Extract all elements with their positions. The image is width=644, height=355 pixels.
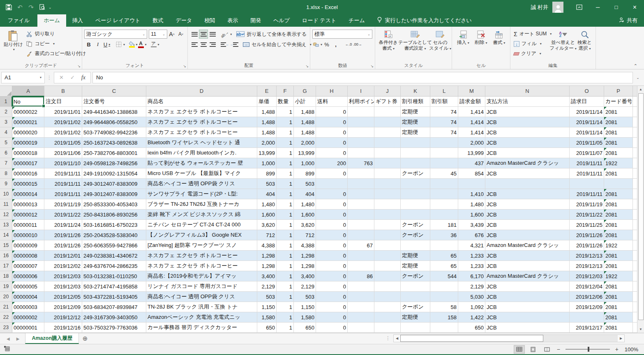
cell-A12[interactable]: 00000012 [12, 210, 44, 220]
cell-L17[interactable]: 65 [430, 261, 458, 271]
cell-I17[interactable] [348, 261, 374, 271]
row-header-18[interactable]: 18 [0, 271, 12, 281]
cell-B14[interactable]: 2019/11/26 [44, 230, 82, 240]
cell-K3[interactable]: 定期便 [401, 117, 430, 127]
cell-H11[interactable]: 0 [316, 199, 348, 210]
format-as-table-button[interactable]: テーブルとして 書式設定 [399, 28, 431, 62]
cell-F3[interactable]: 1 [277, 117, 294, 127]
cell-B23[interactable]: 2019/12/16 [44, 323, 82, 333]
column-header-J[interactable]: J [374, 86, 401, 97]
cell-B22[interactable]: 2019/12/12 [44, 312, 82, 323]
cell-B12[interactable]: 2019/11/22 [44, 210, 82, 220]
cell-B20[interactable]: 2019/12/05 [44, 292, 82, 302]
cell-B17[interactable]: 2019/12/02 [44, 261, 82, 271]
cell-J10[interactable] [374, 189, 401, 199]
cell-K8[interactable]: クーポン [401, 168, 430, 179]
cell-F16[interactable]: 1 [277, 251, 294, 261]
next-sheet-icon[interactable] [16, 337, 20, 341]
number-dialog-launcher-icon[interactable] [370, 64, 374, 68]
cell-D7[interactable]: 貼って剥がせる ウォールステッカー 壁 [146, 158, 257, 168]
cell-P4[interactable]: 2081 [604, 127, 633, 138]
cell-P12[interactable]: 2081 [604, 210, 633, 220]
cell-J3[interactable] [374, 117, 401, 127]
ribbon-tab-4[interactable]: ページ レイアウト [89, 14, 147, 27]
cell-K23[interactable] [401, 323, 430, 333]
row-header-9[interactable]: 9 [0, 179, 12, 189]
decrease-decimal-button[interactable] [353, 40, 362, 49]
cell-M18[interactable]: 6,170 [458, 271, 485, 281]
cell-D19[interactable]: リンナイ ガスコード 専用ガスコード [146, 281, 257, 292]
cell-E6[interactable]: 13,999 [257, 148, 277, 158]
cell-H19[interactable]: 0 [316, 281, 348, 292]
cell-A3[interactable]: 00000021 [12, 117, 44, 127]
cell-A5[interactable]: 00000019 [12, 138, 44, 148]
cell-H6[interactable]: 0 [316, 148, 348, 158]
cell-E16[interactable]: 1,298 [257, 251, 277, 261]
confirm-entry-icon[interactable]: ✓ [70, 74, 75, 81]
cell-G2[interactable]: 1,488 [294, 107, 316, 117]
cell-H8[interactable]: 0 [316, 168, 348, 179]
row-header-14[interactable]: 14 [0, 230, 12, 240]
cell-K12[interactable] [401, 210, 430, 220]
cell-P11[interactable]: 2081 [604, 199, 633, 210]
cell-F8[interactable]: 1 [277, 168, 294, 179]
zoom-in-icon[interactable]: + [614, 346, 620, 353]
cell-B3[interactable]: 2019/11/02 [44, 117, 82, 127]
select-all-corner[interactable] [0, 86, 12, 97]
cell-P3[interactable]: 2081 [604, 117, 633, 127]
cell-N1[interactable]: 支払方法 [485, 97, 570, 107]
copy-button[interactable]: コピー [25, 39, 88, 48]
cell-A14[interactable]: 00000010 [12, 230, 44, 240]
cell-L1[interactable]: 割引額 [430, 97, 458, 107]
accounting-format-button[interactable] [312, 40, 322, 49]
increase-indent-button[interactable]: → [229, 40, 238, 49]
cell-O13[interactable]: 2019/11/25 [570, 220, 604, 230]
cell-E14[interactable]: 712 [257, 230, 277, 240]
page-layout-view-button[interactable] [528, 345, 539, 354]
cell-P7[interactable]: 1922 [604, 158, 633, 168]
cell-J4[interactable] [374, 127, 401, 138]
cell-B9[interactable]: 2019/11/11 [44, 179, 82, 189]
column-header-H[interactable]: H [316, 86, 348, 97]
cell-I10[interactable] [348, 189, 374, 199]
cell-E15[interactable]: 4,388 [257, 240, 277, 251]
cell-L3[interactable]: 74 [430, 117, 458, 127]
cell-O2[interactable]: 2019/11/14 [570, 107, 604, 117]
cell-L16[interactable]: 65 [430, 251, 458, 261]
cell-M11[interactable]: 1,480 [458, 199, 485, 210]
column-header-E[interactable]: E [257, 86, 277, 97]
cell-N18[interactable]: Amazon MasterCard クラシッ [485, 271, 570, 281]
cell-E7[interactable]: 1,000 [257, 158, 277, 168]
cell-J22[interactable] [374, 312, 401, 323]
font-dialog-launcher-icon[interactable] [183, 64, 186, 68]
customize-qat-icon[interactable]: ⌄ [48, 5, 52, 9]
cell-M1[interactable]: 請求金額 [458, 97, 485, 107]
cell-O19[interactable]: 2019/12/04 [570, 281, 604, 292]
avatar[interactable] [552, 2, 563, 13]
cell-G9[interactable]: 503 [294, 179, 316, 189]
cell-C7[interactable]: 249-0598128-7498256 [82, 158, 146, 168]
cell-B11[interactable]: 2019/11/19 [44, 199, 82, 210]
cell-M14[interactable]: 676 [458, 230, 485, 240]
cell-C14[interactable]: 250-2043528-5383040 [82, 230, 146, 240]
cell-J23[interactable] [374, 323, 401, 333]
row-header-7[interactable]: 7 [0, 158, 12, 168]
row-header-4[interactable]: 4 [0, 127, 12, 138]
cell-F10[interactable]: 1 [277, 189, 294, 199]
cell-E23[interactable]: 650 [257, 323, 277, 333]
cell-O16[interactable]: 2019/12/13 [570, 251, 604, 261]
vertical-scrollbar-thumb[interactable] [638, 93, 644, 320]
expand-formula-bar-icon[interactable]: ⌄ [633, 72, 643, 83]
cell-M6[interactable]: 13,999 [458, 148, 485, 158]
redo-icon[interactable] [25, 2, 37, 13]
ribbon-tab-7[interactable]: 校閲 [198, 14, 221, 27]
cell-K10[interactable] [401, 189, 430, 199]
ribbon-tab-6[interactable]: データ [170, 14, 199, 27]
cell-C10[interactable]: 249-3012407-8383009 [82, 189, 146, 199]
cell-E8[interactable]: 899 [257, 168, 277, 179]
collapse-ribbon-icon[interactable] [634, 63, 637, 69]
align-center-button[interactable] [199, 40, 208, 49]
cell-J5[interactable] [374, 138, 401, 148]
cell-B8[interactable]: 2019/11/11 [44, 168, 82, 179]
cell-A23[interactable]: 00000001 [12, 323, 44, 333]
